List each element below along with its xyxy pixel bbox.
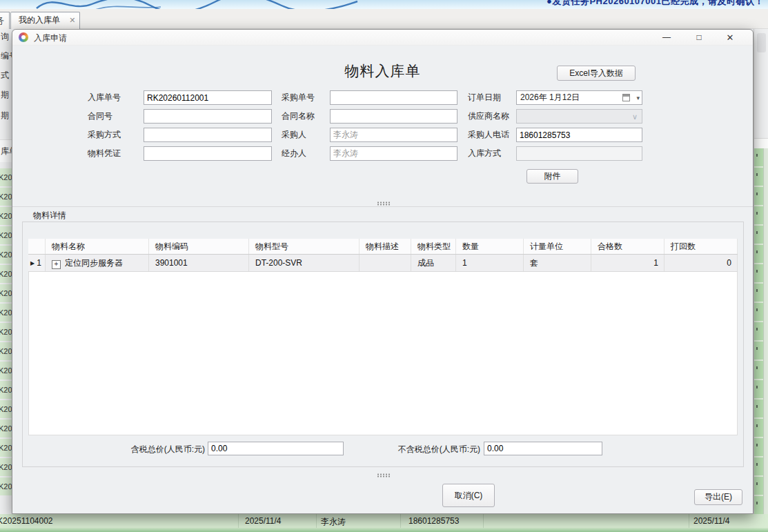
material-voucher-input[interactable] [144, 146, 272, 161]
purchaser-input [330, 128, 457, 142]
bg-scroll-thumb[interactable] [757, 33, 766, 52]
purchase-method-input[interactable] [144, 128, 272, 142]
bg-row: K20 [0, 439, 12, 457]
handler-input [330, 146, 457, 161]
splitter-handle[interactable] [377, 473, 391, 477]
total-with-tax-input[interactable] [208, 442, 344, 455]
bg-row: K20 [0, 226, 12, 244]
cell-material-type: 成品 [411, 255, 456, 271]
bg-row: K20 [0, 265, 12, 283]
background-right-strip [754, 29, 768, 514]
bg-row: K20 [0, 323, 12, 341]
cell-material-code: 3901001 [149, 255, 249, 271]
bg-row: K20 [0, 400, 12, 418]
label-order-date: 订单日期 [468, 90, 501, 105]
bg-row: K20 [0, 342, 12, 360]
label-purchase-no: 采购单号 [282, 90, 315, 105]
cell-rejected: 0 [664, 255, 738, 271]
label-storage-method: 入库方式 [468, 146, 501, 161]
maximize-button[interactable]: □ [689, 31, 709, 44]
cell-divider [238, 514, 239, 528]
header-qualified[interactable]: 合格数 [591, 239, 664, 254]
total-without-tax-input[interactable] [484, 442, 602, 455]
header-material-name[interactable]: 物料名称 [46, 239, 149, 254]
inbound-request-dialog: 入库申请 — □ ✕ 物料入库单 Excel导入数据 入库单号 采购单号 订单日… [12, 29, 754, 514]
contract-name-input[interactable] [330, 109, 457, 124]
header-material-code[interactable]: 物料编码 [149, 239, 249, 254]
bg-row: K20 [0, 458, 12, 476]
label-purchaser-phone: 采购人电话 [468, 128, 509, 142]
calendar-icon[interactable] [622, 94, 630, 101]
bg-label: 期 [1, 89, 9, 101]
vertical-scrollbar[interactable] [763, 148, 768, 514]
tab-label: 我的入库单 [19, 15, 60, 25]
export-button[interactable]: 导出(E) [694, 489, 742, 505]
excel-import-button[interactable]: Excel导入数据 [557, 66, 636, 81]
purchaser-phone-input[interactable] [516, 128, 642, 142]
label-rk-no: 入库单号 [88, 90, 121, 105]
close-button[interactable]: ✕ [720, 31, 740, 44]
bg-row: K20 [0, 207, 12, 225]
cell-divider [483, 514, 484, 528]
label-total-without-tax: 不含税总价(人民币:元) [378, 442, 480, 456]
bg-row: K20 [0, 362, 12, 380]
splitter-handle[interactable] [377, 201, 391, 206]
label-contract-no: 合同号 [88, 109, 112, 124]
current-row-pointer-icon: ▶ [30, 260, 35, 266]
supplier-combobox[interactable]: ∨ [516, 109, 642, 124]
tab-partial[interactable]: 务 [0, 12, 10, 30]
label-supplier: 供应商名称 [468, 109, 509, 124]
header-unit[interactable]: 计量单位 [524, 239, 591, 254]
header-row-indicator [28, 239, 46, 254]
bg-row: K20 [0, 477, 12, 495]
label-contract-name: 合同名称 [282, 109, 315, 124]
tab-close-icon[interactable]: ✕ [69, 16, 75, 24]
background-left-strip: 询 编号 式 期 期 库单 K20 K20 K20 K20 K20 K20 K2… [0, 29, 12, 532]
bg-row: K20 [0, 168, 12, 186]
cell-material-name: +定位同步服务器 [46, 255, 149, 271]
brand-script-decoration [33, 0, 364, 9]
bg-clipped-text-marks [756, 148, 758, 514]
cell-divider [316, 514, 317, 528]
detail-group-title: 物料详情 [33, 210, 66, 221]
bg-date: 2025/11/4 [245, 516, 282, 526]
expand-icon[interactable]: + [52, 260, 61, 269]
bg-row: K20 [0, 304, 12, 322]
bg-person: 李永涛 [321, 516, 346, 528]
bg-phone: 18601285753 [408, 516, 459, 526]
header-material-model[interactable]: 物料型号 [249, 239, 360, 254]
header-material-type[interactable]: 物料类型 [411, 239, 456, 254]
bg-subheader-band [754, 138, 768, 149]
cancel-button[interactable]: 取消(C) [442, 484, 495, 507]
storage-method-input [516, 146, 642, 161]
minimize-button[interactable]: — [657, 31, 676, 44]
bg-label: 期 [1, 110, 9, 121]
form-title: 物料入库单 [12, 61, 753, 81]
bg-label: 库单 [1, 146, 12, 157]
table-row[interactable]: ▶1 +定位同步服务器 3901001 DT-200-SVR 成品 1 套 1 … [28, 255, 738, 272]
background-bottom-row: K20251104002 2025/11/4 李永涛 18601285753 2… [0, 514, 768, 528]
app-color-wheel-icon [19, 32, 28, 42]
bg-row: K20 [0, 188, 12, 206]
header-quantity[interactable]: 数量 [456, 239, 524, 254]
order-date-picker[interactable]: 2026年 1月12日 ▾ [516, 90, 642, 105]
tab-bar: 务 我的入库单 ✕ [0, 9, 768, 29]
materials-grid-header: 物料名称 物料编码 物料型号 物料描述 物料类型 数量 计量单位 合格数 打回数 [28, 239, 738, 255]
cell-divider [689, 514, 689, 528]
rk-no-input[interactable] [144, 90, 272, 105]
cell-material-model: DT-200-SVR [249, 255, 360, 271]
header-rejected[interactable]: 打回数 [664, 239, 738, 254]
purchase-no-input[interactable] [330, 90, 457, 105]
tab-my-inbound-orders[interactable]: 我的入库单 ✕ [10, 12, 80, 29]
chevron-down-icon[interactable]: ∨ [632, 110, 638, 124]
splitter-line [12, 206, 753, 207]
attachment-button[interactable]: 附件 [526, 169, 578, 184]
header-material-desc[interactable]: 物料描述 [360, 239, 411, 254]
cell-divider [400, 514, 401, 528]
date-dropdown-icon[interactable]: ▾ [636, 91, 640, 105]
contract-no-input[interactable] [144, 109, 272, 124]
top-banner: ●发货任务PH20260107001已经完成，请及时确认！ [0, 0, 768, 9]
dialog-titlebar[interactable]: 入库申请 — □ ✕ [12, 30, 753, 46]
cell-material-desc [360, 255, 411, 271]
bg-label: 式 [1, 70, 9, 81]
